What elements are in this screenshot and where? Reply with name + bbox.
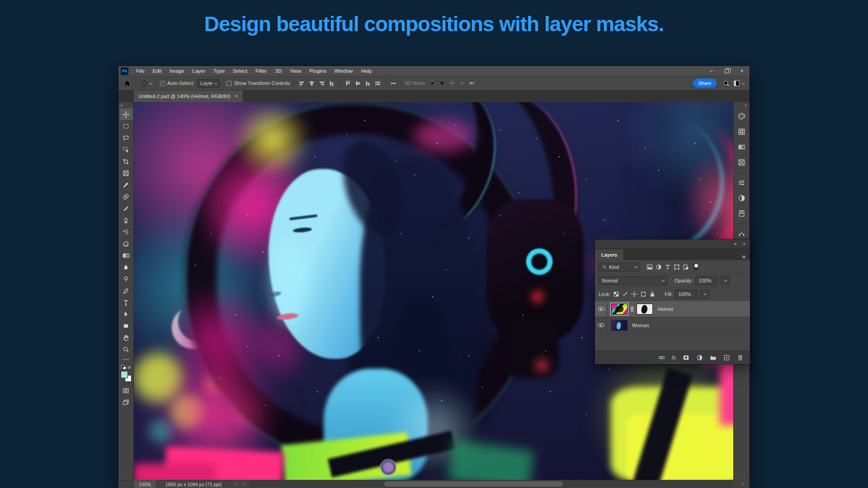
edit-toolbar-icon[interactable] [120,355,132,363]
tool-move[interactable] [120,108,132,120]
filter-pixel-layers-icon[interactable] [646,264,653,270]
quick-mask-icon[interactable] [120,385,132,396]
patterns-panel-icon[interactable] [735,155,749,169]
scroll-right-icon[interactable]: › [739,482,748,487]
align-center-h-icon[interactable] [309,80,315,86]
new-layer-icon[interactable] [723,354,730,361]
align-bottom-icon[interactable] [365,80,371,86]
layer-row-helmet[interactable]: Helmet [595,301,750,317]
filter-smart-objects-icon[interactable] [683,264,689,270]
menu-layer[interactable]: Layer [188,68,209,74]
tool-gradient[interactable] [120,249,132,261]
menu-file[interactable]: File [132,68,149,74]
share-button[interactable]: Share [693,79,717,88]
layer-mask-thumbnail[interactable] [637,304,653,314]
paths-panel-icon[interactable] [735,227,749,240]
delete-layer-icon[interactable] [737,354,744,361]
mask-link-icon[interactable] [629,306,635,312]
3d-roll-icon[interactable] [439,80,445,86]
panel-close-icon[interactable]: × [743,241,745,246]
dock-collapse-icon[interactable]: « [742,102,750,108]
panel-menu-icon[interactable]: ≡ [737,253,750,260]
swap-colors-icon[interactable]: ⇄ [127,365,131,370]
tab-close-icon[interactable]: × [235,93,238,99]
3d-camera-icon[interactable] [469,80,475,86]
opacity-scrubber[interactable] [721,276,730,285]
filter-kind-dropdown[interactable]: Kind [599,263,640,272]
panel-collapse-icon[interactable]: « [734,241,737,246]
close-button[interactable]: × [734,66,750,76]
filter-shape-layers-icon[interactable] [674,264,680,270]
minimize-button[interactable]: – [703,66,719,76]
3d-slide-icon[interactable] [459,80,465,86]
tool-hand[interactable] [120,332,132,343]
3d-pan-icon[interactable] [449,80,455,86]
distribute-h-icon[interactable] [329,80,335,86]
scroll-left-icon[interactable]: ‹ [241,482,249,487]
horizontal-scrollbar[interactable] [249,480,732,488]
menu-edit[interactable]: Edit [149,68,166,74]
layer-thumbnail-helmet[interactable] [611,304,627,314]
gradients-panel-icon[interactable] [735,140,749,154]
lock-artboard-icon[interactable] [640,291,646,297]
swatches-panel-icon[interactable] [735,125,749,138]
status-chevron-icon[interactable]: › [231,482,240,487]
tool-rectangle[interactable] [120,320,132,332]
lock-pixels-icon[interactable] [622,291,628,297]
default-colors-icon[interactable]: ⇄ [121,365,131,370]
tool-rectangular-marquee[interactable] [120,120,132,132]
tool-zoom[interactable] [120,343,132,355]
blend-mode-dropdown[interactable]: Normal [599,276,667,285]
lock-position-icon[interactable] [631,291,637,297]
tool-frame[interactable] [120,167,132,179]
properties-panel-icon[interactable] [735,176,749,189]
lock-transparency-icon[interactable] [613,291,619,297]
new-group-icon[interactable] [710,354,717,361]
screen-mode-icon[interactable] [120,396,132,408]
menu-plugins[interactable]: Plugins [305,68,330,74]
filter-adjustment-layers-icon[interactable] [656,264,662,270]
tool-lasso[interactable] [120,132,132,144]
align-left-icon[interactable] [299,80,305,86]
3d-orbit-icon[interactable] [429,80,435,86]
adjustment-layer-icon[interactable] [696,354,703,361]
tool-history-brush[interactable] [120,226,132,238]
auto-select-checkbox[interactable]: ✓ [160,81,165,86]
workspace-switcher-icon[interactable] [731,80,746,87]
foreground-color-swatch[interactable] [121,371,128,378]
align-middle-icon[interactable] [355,80,361,86]
auto-select-target-dropdown[interactable]: Layer [197,79,220,88]
filter-toggle-switch[interactable] [693,263,698,271]
menu-image[interactable]: Image [165,68,188,74]
filter-type-layers-icon[interactable] [665,264,671,270]
tool-object-selection[interactable] [120,144,132,155]
add-layer-mask-icon[interactable] [683,354,689,361]
libraries-panel-icon[interactable] [735,206,749,220]
menu-3d[interactable]: 3D [271,68,286,74]
align-top-icon[interactable] [345,80,351,86]
color-panel-icon[interactable] [735,109,749,123]
move-tool-option-icon[interactable] [139,80,153,86]
visibility-toggle[interactable] [595,317,608,333]
toolbar-collapse-icon[interactable]: » [118,103,124,108]
fill-scrubber[interactable] [700,290,709,299]
scrollbar-thumb[interactable] [384,481,563,487]
menu-help[interactable]: Help [357,68,376,74]
layer-name[interactable]: Woman [632,323,649,328]
tool-path-selection[interactable] [120,308,132,320]
lock-all-icon[interactable] [649,291,656,297]
home-icon[interactable] [122,80,132,87]
link-layers-icon[interactable] [658,354,665,361]
zoom-level[interactable]: 140% [134,480,156,488]
align-right-icon[interactable] [319,80,325,86]
layer-effects-icon[interactable]: fx [672,355,676,361]
show-transform-checkbox[interactable] [226,81,231,86]
menu-select[interactable]: Select [229,68,251,74]
visibility-toggle[interactable] [595,301,608,317]
menu-type[interactable]: Type [209,68,229,74]
fill-input[interactable]: 100% [675,290,698,299]
opacity-input[interactable]: 100% [695,276,718,285]
adjustments-panel-icon[interactable] [735,191,749,205]
tool-pen[interactable] [120,285,132,296]
search-icon[interactable] [721,80,731,87]
